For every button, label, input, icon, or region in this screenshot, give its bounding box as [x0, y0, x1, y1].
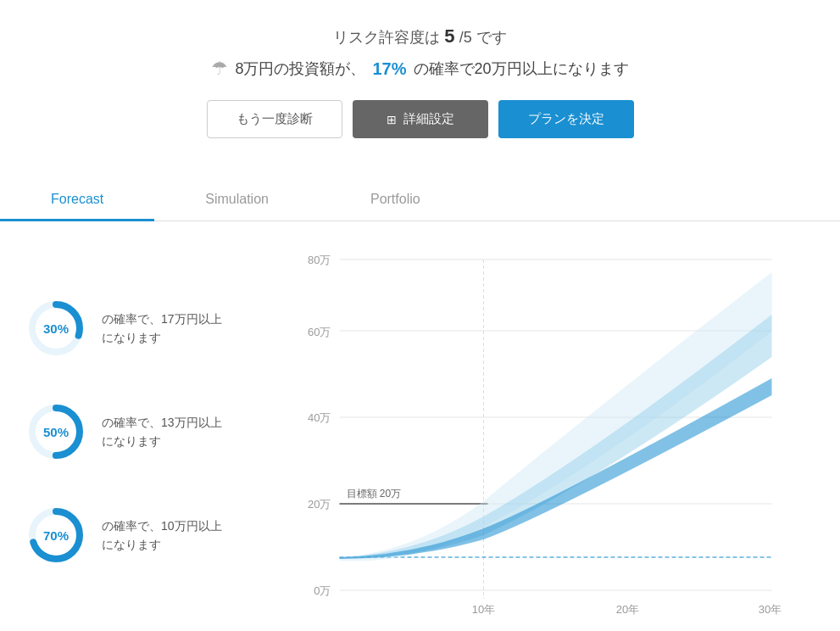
page-container: リスク許容度は 5 /5 です ☂ 8万円の投資額が、 17% の確率で20万円…: [0, 0, 840, 631]
donut-70: 70%: [25, 505, 86, 566]
forecast-text-pre: 8万円の投資額が、: [235, 59, 365, 79]
stat-item-30: 30% の確率で、17万円以上 になります: [25, 298, 246, 359]
svg-text:20年: 20年: [616, 603, 639, 616]
stat-text-70: の確率で、10万円以上 になります: [102, 517, 222, 555]
donut-label-70: 70%: [43, 528, 69, 543]
svg-text:20万: 20万: [308, 498, 331, 511]
tab-simulation[interactable]: Simulation: [154, 180, 320, 221]
svg-text:40万: 40万: [308, 411, 331, 424]
svg-text:10年: 10年: [472, 603, 495, 616]
retry-button[interactable]: もう一度診断: [207, 100, 342, 138]
risk-label: リスク許容度は: [333, 29, 440, 46]
plan-button[interactable]: プランを決定: [498, 100, 634, 138]
forecast-description: ☂ 8万円の投資額が、 17% の確率で20万円以上になります: [17, 58, 823, 80]
settings-label: 詳細設定: [403, 111, 454, 127]
stat-item-70: 70% の確率で、10万円以上 になります: [25, 505, 246, 566]
chart-panel: 0万 20万 40万 60万 80万 目標額 20万: [254, 247, 823, 631]
settings-button[interactable]: ⊞ 詳細設定: [353, 100, 488, 138]
risk-title: リスク許容度は 5 /5 です: [17, 25, 823, 47]
tab-forecast[interactable]: Forecast: [0, 180, 154, 221]
donut-30: 30%: [25, 298, 86, 359]
stats-panel: 30% の確率で、17万円以上 になります 50% の確率で、13万円以: [17, 247, 254, 631]
stat-item-50: 50% の確率で、13万円以上 になります: [25, 401, 246, 462]
main-content: 30% の確率で、17万円以上 になります 50% の確率で、13万円以: [0, 221, 840, 631]
svg-text:30年: 30年: [759, 603, 782, 616]
button-row: もう一度診断 ⊞ 詳細設定 プランを決定: [17, 100, 823, 138]
svg-text:目標額 20万: 目標額 20万: [347, 488, 402, 500]
svg-text:80万: 80万: [308, 254, 331, 266]
chart-svg-container: 0万 20万 40万 60万 80万 目標額 20万: [263, 247, 823, 631]
donut-label-30: 30%: [43, 321, 69, 336]
settings-icon: ⊞: [387, 113, 397, 126]
tabs-row: Forecast Simulation Portfolio: [0, 179, 840, 221]
svg-text:0万: 0万: [314, 584, 331, 597]
umbrella-icon: ☂: [211, 58, 228, 80]
stat-text-30: の確率で、17万円以上 になります: [102, 310, 222, 348]
donut-50: 50%: [25, 401, 86, 462]
svg-text:60万: 60万: [308, 326, 331, 338]
stat-text-50: の確率で、13万円以上 になります: [102, 413, 222, 451]
donut-label-50: 50%: [43, 425, 69, 439]
tab-portfolio[interactable]: Portfolio: [320, 180, 471, 221]
header-section: リスク許容度は 5 /5 です ☂ 8万円の投資額が、 17% の確率で20万円…: [0, 17, 840, 179]
forecast-percent: 17%: [372, 59, 406, 79]
risk-separator: /5 です: [459, 29, 507, 46]
forecast-text-post: の確率で20万円以上になります: [414, 59, 629, 79]
risk-value: 5: [444, 25, 454, 47]
